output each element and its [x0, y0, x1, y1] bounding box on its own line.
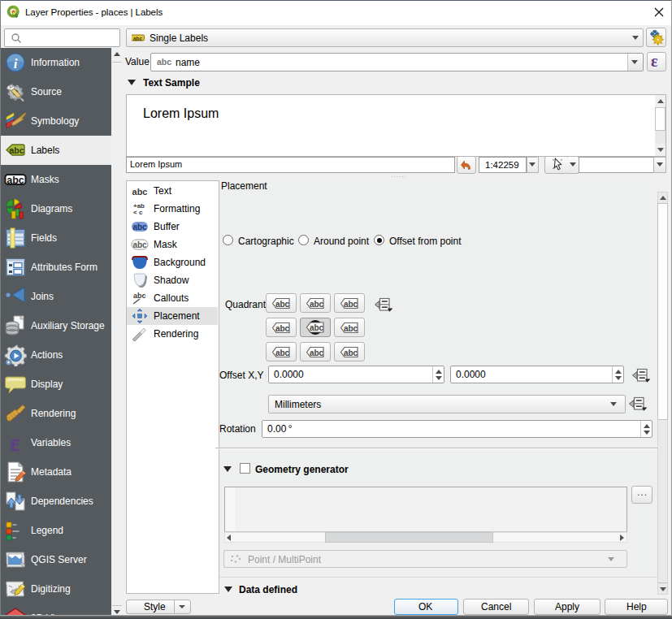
- svg-text:ε: ε: [11, 431, 21, 454]
- svg-text:abc: abc: [7, 175, 24, 186]
- svg-text:abc: abc: [9, 145, 24, 155]
- svg-text:< c: < c: [133, 209, 143, 216]
- svg-text:i: i: [14, 56, 18, 71]
- svg-text:abc: abc: [132, 240, 147, 249]
- svg-text:abc: abc: [133, 36, 143, 41]
- svg-text:abc: abc: [310, 323, 324, 332]
- svg-text:abc: abc: [133, 292, 146, 300]
- svg-text:abc: abc: [132, 187, 148, 197]
- svg-text:abc: abc: [132, 223, 147, 232]
